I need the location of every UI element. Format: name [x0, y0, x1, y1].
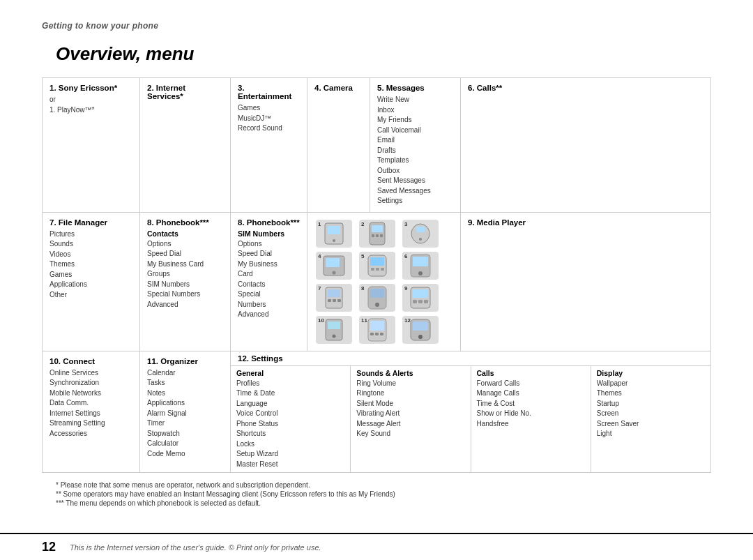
cell-sony: 1. Sony Ericsson* or 1. PlayNow™*	[43, 78, 140, 212]
svg-rect-23	[328, 289, 340, 297]
cell-internet: 2. Internet Services*	[140, 78, 231, 212]
connect-header: 10. Connect	[50, 357, 132, 365]
svg-rect-7	[380, 234, 383, 237]
cell-camera: 4. Camera	[307, 78, 370, 212]
footnote-2: ** Some operators may have enabled an In…	[56, 490, 711, 498]
phonebook-items: Options Speed Dial My Business Card Grou…	[147, 239, 223, 310]
phone-img-5: 5	[359, 252, 395, 280]
svg-rect-33	[418, 300, 423, 303]
filemanager-header: 7. File Manager	[50, 218, 132, 227]
svg-point-13	[333, 271, 336, 274]
entertainment-items: Games MusicDJ™ Record Sound	[238, 103, 300, 134]
phone-img-8: 8	[359, 284, 395, 312]
svg-point-37	[333, 334, 336, 338]
entertainment-header: 3. Entertainment	[238, 84, 300, 100]
sony-or: or	[50, 95, 132, 105]
phone-icon-6	[404, 253, 436, 278]
phone-img-6: 6	[402, 252, 439, 280]
cell-media-player: 9. Media Player	[461, 213, 710, 351]
settings-columns: General Profiles Time & Date Language Vo…	[231, 366, 710, 473]
svg-rect-20	[413, 257, 428, 266]
phone-icon-5	[361, 253, 393, 278]
svg-rect-18	[381, 268, 384, 271]
svg-point-45	[418, 335, 423, 339]
footnote-1: * Please note that some menus are operat…	[56, 481, 711, 489]
svg-rect-6	[376, 234, 379, 237]
cell-messages: 5. Messages Write New Inbox My Friends C…	[370, 78, 461, 212]
svg-rect-4	[372, 225, 383, 232]
general-header: General	[236, 369, 344, 377]
organizer-header: 11. Organizer	[147, 357, 223, 365]
cell-phone-images: 1 2	[307, 213, 461, 351]
phone-img-3: 3	[402, 220, 439, 248]
footnotes: * Please note that some menus are operat…	[42, 481, 711, 507]
cell-phonebook: 8. Phonebook*** Contacts Options Speed D…	[140, 213, 231, 351]
phonebook-header: 8. Phonebook***	[147, 218, 223, 227]
footnote-3: *** The menu depends on which phonebook …	[56, 499, 711, 507]
phonebook-subheader: Contacts	[147, 229, 223, 238]
svg-rect-32	[413, 300, 417, 303]
sony-header: 1. Sony Ericsson*	[50, 84, 132, 92]
svg-rect-25	[333, 299, 336, 302]
phone-icon-4	[318, 253, 350, 278]
sony-playnow: 1. PlayNow™*	[50, 105, 132, 116]
cell-connect: 10. Connect Online Services Synchronizat…	[43, 351, 140, 473]
cell-filemanager: 7. File Manager Pictures Sounds Videos T…	[43, 213, 140, 351]
phone-img-12: 12	[402, 316, 439, 344]
phone-icon-3	[404, 221, 436, 246]
svg-rect-39	[370, 321, 384, 331]
organizer-items: Calendar Tasks Notes Applications Alarm …	[147, 368, 223, 460]
svg-point-21	[418, 271, 423, 275]
phone-img-4: 4	[316, 252, 352, 280]
footer-bar: 12 This is the Internet version of the u…	[0, 533, 753, 560]
footer-text: This is the Internet version of the user…	[70, 543, 321, 552]
cell-entertainment: 3. Entertainment Games MusicDJ™ Record S…	[231, 78, 307, 212]
phone-img-1: 1	[316, 220, 352, 248]
phone-icon-8	[361, 285, 393, 310]
cell-calls: 6. Calls**	[461, 78, 710, 212]
calls-settings-header: Calls	[477, 369, 585, 377]
messages-items: Write New Inbox My Friends Call Voicemai…	[377, 95, 453, 206]
connect-items: Online Services Synchronization Mobile N…	[50, 368, 132, 439]
page: Getting to know your phone Overview, men…	[0, 0, 753, 560]
cell-organizer: 11. Organizer Calendar Tasks Notes Appli…	[140, 351, 231, 473]
phone-images-grid: 1 2	[310, 215, 457, 348]
svg-rect-17	[376, 268, 379, 271]
menu-grid: 1. Sony Ericsson* or 1. PlayNow™* 2. Int…	[42, 77, 711, 473]
svg-rect-41	[375, 333, 379, 335]
svg-rect-24	[328, 299, 331, 302]
phone-icon-1	[318, 221, 350, 246]
svg-point-2	[333, 239, 335, 242]
svg-rect-5	[372, 234, 374, 237]
footer-page-number: 12	[42, 540, 56, 554]
menu-row-2: 7. File Manager Pictures Sounds Videos T…	[43, 213, 710, 351]
menu-row-1: 1. Sony Ericsson* or 1. PlayNow™* 2. Int…	[43, 78, 710, 213]
top-header: Getting to know your phone	[42, 21, 711, 31]
messages-header: 5. Messages	[377, 84, 453, 92]
svg-rect-44	[413, 321, 428, 331]
phone-icon-2	[361, 221, 393, 246]
svg-rect-40	[370, 333, 374, 335]
phonebook-sim-items: Options Speed Dial My Business Card Cont…	[238, 239, 300, 320]
page-title: Overview, menu	[42, 43, 711, 65]
svg-rect-12	[326, 258, 340, 267]
settings-sounds: Sounds & Alerts Ring Volume Ringtone Sil…	[351, 366, 471, 473]
cell-phonebook-sim: 8. Phonebook*** SIM Numbers Options Spee…	[231, 213, 307, 351]
phone-img-10: 10	[316, 316, 352, 344]
svg-rect-15	[370, 257, 384, 266]
settings-label: 12. Settings	[231, 351, 710, 366]
filemanager-items: Pictures Sounds Videos Themes Games Appl…	[50, 229, 132, 301]
phone-icon-9	[404, 285, 436, 310]
camera-header: 4. Camera	[314, 84, 363, 92]
phone-img-11: 11	[359, 316, 395, 344]
phonebook-sim-subheader: SIM Numbers	[238, 229, 300, 238]
settings-general: General Profiles Time & Date Language Vo…	[231, 366, 351, 473]
calls-header: 6. Calls**	[468, 84, 703, 92]
cell-settings: 12. Settings General Profiles Time & Dat…	[231, 351, 710, 473]
svg-rect-42	[380, 333, 383, 335]
svg-rect-31	[413, 289, 428, 298]
svg-rect-1	[328, 226, 340, 234]
svg-point-10	[419, 238, 422, 241]
settings-display: Display Wallpaper Themes Startup Screen …	[591, 366, 710, 473]
internet-header: 2. Internet Services*	[147, 84, 223, 100]
